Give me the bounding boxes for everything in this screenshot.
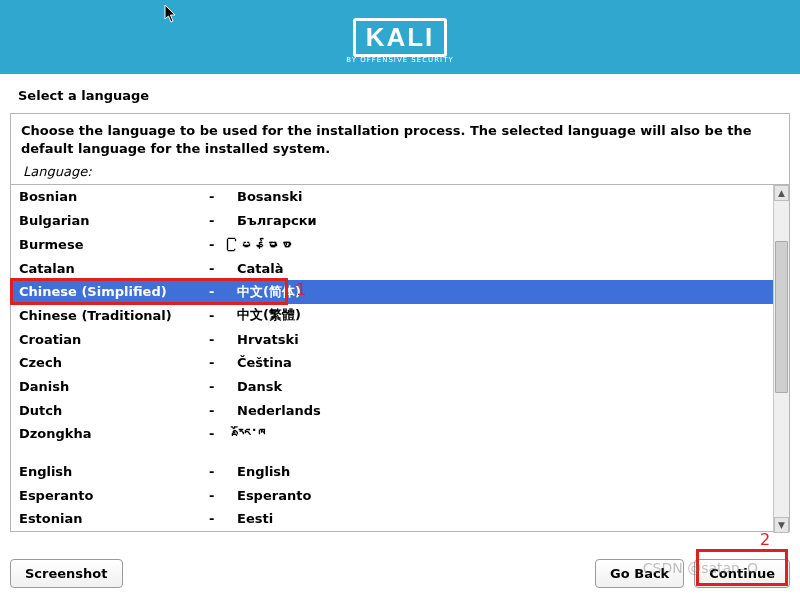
scrollbar[interactable]: ▲ ▼ — [773, 185, 789, 533]
language-native: Čeština — [237, 355, 292, 370]
header: KALI BY OFFENSIVE SECURITY — [0, 0, 800, 74]
language-dash: - — [209, 379, 237, 394]
page-title: Select a language — [0, 74, 800, 113]
language-dash: - — [209, 511, 237, 526]
language-english: Bulgarian — [19, 213, 209, 228]
language-english: Estonian — [19, 511, 209, 526]
language-english: Bosnian — [19, 189, 209, 204]
language-english: Danish — [19, 379, 209, 394]
language-native: Hrvatski — [237, 332, 299, 347]
mouse-cursor-icon — [164, 4, 180, 24]
brand-text: KALI — [366, 24, 435, 50]
language-row[interactable]: Chinese (Simplified)-中文(简体) — [11, 280, 773, 304]
language-dash: - — [209, 488, 237, 503]
scroll-up-button[interactable]: ▲ — [774, 185, 789, 201]
language-row[interactable]: Bosnian-Bosanski — [11, 185, 773, 209]
language-dash: - — [209, 355, 237, 370]
language-native: རྫོང་ཁ — [237, 426, 265, 441]
language-dash: - — [209, 213, 237, 228]
language-native: Català — [237, 261, 284, 276]
language-row[interactable]: Chinese (Traditional)-中文(繁體) — [11, 304, 773, 328]
list-spacer — [11, 446, 773, 460]
language-native: Nederlands — [237, 403, 321, 418]
language-native: 中文(繁體) — [237, 306, 301, 324]
language-row[interactable]: English-English — [11, 460, 773, 484]
language-english: Catalan — [19, 261, 209, 276]
language-row[interactable]: Dutch-Nederlands — [11, 398, 773, 422]
brand-tagline: BY OFFENSIVE SECURITY — [346, 56, 453, 64]
language-english: Chinese (Simplified) — [19, 284, 209, 299]
language-dash: - — [209, 237, 237, 252]
scroll-down-button[interactable]: ▼ — [774, 517, 789, 533]
language-dash: - — [209, 284, 237, 299]
language-dash: - — [209, 464, 237, 479]
language-english: Esperanto — [19, 488, 209, 503]
language-dash: - — [209, 332, 237, 347]
language-native: Bosanski — [237, 189, 302, 204]
language-dash: - — [209, 261, 237, 276]
language-dash: - — [209, 308, 237, 323]
language-native: 中文(简体) — [237, 283, 301, 301]
language-dash: - — [209, 403, 237, 418]
language-english: Dzongkha — [19, 426, 209, 441]
language-native: English — [237, 464, 290, 479]
language-english: English — [19, 464, 209, 479]
language-native: Български — [237, 213, 317, 228]
screenshot-button[interactable]: Screenshot — [10, 559, 123, 588]
go-back-button[interactable]: Go Back — [595, 559, 684, 588]
language-native: Eesti — [237, 511, 273, 526]
language-native: Dansk — [237, 379, 282, 394]
language-english: Dutch — [19, 403, 209, 418]
main-panel: Choose the language to be used for the i… — [10, 113, 790, 532]
language-native: မြန်မာစာ — [237, 237, 292, 252]
language-row[interactable]: Dzongkha-རྫོང་ཁ — [11, 422, 773, 446]
language-english: Czech — [19, 355, 209, 370]
intro-text: Choose the language to be used for the i… — [11, 114, 789, 163]
language-list[interactable]: Bosnian-BosanskiBulgarian-БългарскиBurme… — [11, 185, 773, 533]
language-english: Chinese (Traditional) — [19, 308, 209, 323]
language-row[interactable]: Czech-Čeština — [11, 351, 773, 375]
language-row[interactable]: Burmese-မြန်မာစာ — [11, 232, 773, 256]
language-row[interactable]: Estonian-Eesti — [11, 507, 773, 531]
kali-logo: KALI — [353, 18, 448, 57]
language-row[interactable]: Croatian-Hrvatski — [11, 327, 773, 351]
language-dash: - — [209, 189, 237, 204]
language-native: Esperanto — [237, 488, 311, 503]
field-label: Language: — [11, 163, 789, 184]
language-english: Croatian — [19, 332, 209, 347]
language-row[interactable]: Bulgarian-Български — [11, 209, 773, 233]
footer: Screenshot Go Back Continue — [0, 549, 800, 600]
language-row[interactable]: Esperanto-Esperanto — [11, 483, 773, 507]
continue-button[interactable]: Continue — [694, 559, 790, 588]
language-list-container: Bosnian-BosanskiBulgarian-БългарскиBurme… — [11, 184, 789, 533]
language-english: Burmese — [19, 237, 209, 252]
language-dash: - — [209, 426, 237, 441]
scroll-thumb[interactable] — [775, 241, 788, 393]
language-row[interactable]: Danish-Dansk — [11, 375, 773, 399]
language-row[interactable]: Catalan-Català — [11, 256, 773, 280]
language-row[interactable]: Finnish-Suomi — [11, 531, 773, 533]
